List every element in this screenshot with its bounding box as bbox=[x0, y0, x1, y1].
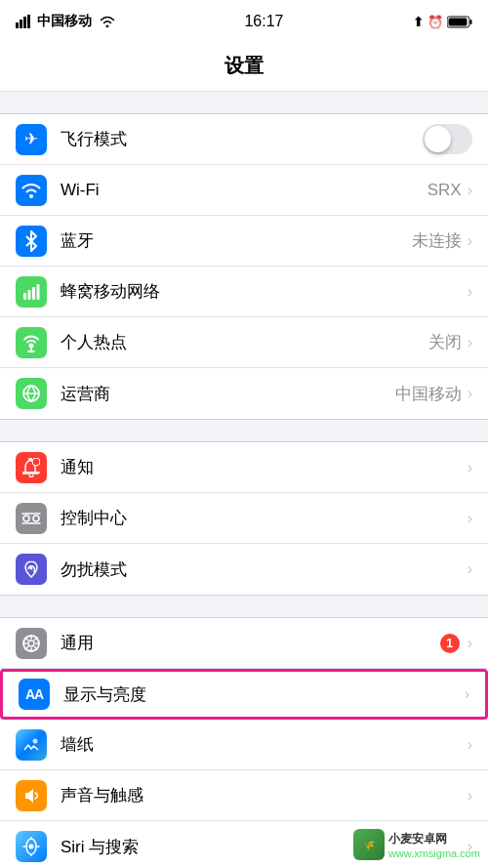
status-time: 16:17 bbox=[244, 13, 283, 30]
sound-icon bbox=[16, 780, 47, 811]
sound-row[interactable]: 声音与触感 › bbox=[0, 770, 488, 821]
svg-point-23 bbox=[30, 567, 33, 570]
wifi-row[interactable]: Wi-Fi SRX › bbox=[0, 165, 488, 216]
display-aa-text: AA bbox=[25, 686, 43, 702]
carrier-value: 中国移动 bbox=[395, 383, 462, 405]
cellular-icon bbox=[16, 276, 47, 308]
svg-rect-6 bbox=[448, 18, 467, 25]
airplane-toggle[interactable] bbox=[423, 124, 472, 154]
control-center-icon bbox=[16, 503, 47, 534]
wallpaper-icon bbox=[16, 729, 47, 761]
notifications-row[interactable]: 通知 › bbox=[0, 442, 488, 493]
control-center-row[interactable]: 控制中心 › bbox=[0, 493, 488, 544]
display-brightness-row[interactable]: AA 显示与亮度 › bbox=[0, 669, 488, 720]
notifications-label: 通知 bbox=[61, 456, 468, 478]
svg-point-25 bbox=[28, 641, 34, 646]
svg-rect-10 bbox=[37, 284, 40, 300]
hotspot-icon bbox=[16, 327, 47, 358]
do-not-disturb-icon bbox=[16, 554, 47, 585]
notifications-icon bbox=[16, 452, 47, 483]
svg-rect-0 bbox=[16, 22, 19, 28]
carrier-label: 运营商 bbox=[61, 383, 395, 405]
carrier-chevron: › bbox=[468, 385, 472, 402]
wifi-value: SRX bbox=[427, 181, 462, 200]
control-center-chevron: › bbox=[468, 510, 472, 527]
airplane-icon: ✈ bbox=[16, 124, 47, 155]
svg-rect-5 bbox=[469, 20, 471, 24]
display-chevron: › bbox=[465, 685, 469, 703]
general-badge: 1 bbox=[440, 634, 460, 653]
notifications-group: 通知 › 控制中心 › 勿扰模式 › bbox=[0, 441, 488, 596]
battery-icon bbox=[447, 16, 472, 28]
watermark-text: 小麦安卓网 www.xmsigma.com bbox=[388, 831, 480, 859]
svg-point-36 bbox=[29, 845, 34, 849]
svg-line-33 bbox=[25, 646, 28, 649]
hotspot-chevron: › bbox=[468, 334, 472, 351]
svg-point-34 bbox=[33, 738, 38, 743]
wallpaper-label: 墙纸 bbox=[61, 733, 468, 756]
general-row[interactable]: 通用 1 › bbox=[0, 618, 488, 669]
bluetooth-icon bbox=[16, 226, 47, 257]
do-not-disturb-chevron: › bbox=[468, 560, 472, 578]
svg-rect-8 bbox=[28, 290, 31, 300]
svg-rect-2 bbox=[23, 17, 26, 28]
siri-icon bbox=[16, 831, 47, 862]
status-bar: 中国移动 16:17 ⬆ ⏰ bbox=[0, 0, 488, 43]
status-carrier: 中国移动 bbox=[16, 13, 115, 30]
display-icon: AA bbox=[19, 679, 50, 710]
signal-icon bbox=[16, 15, 33, 28]
wifi-icon bbox=[16, 175, 47, 206]
do-not-disturb-label: 勿扰模式 bbox=[61, 558, 468, 581]
carrier-icon bbox=[16, 378, 47, 409]
svg-rect-16 bbox=[22, 472, 40, 474]
wifi-status-icon bbox=[100, 16, 115, 27]
watermark-logo: 🌾 bbox=[353, 829, 385, 860]
svg-point-20 bbox=[33, 516, 39, 521]
svg-line-32 bbox=[35, 638, 38, 641]
svg-rect-7 bbox=[23, 293, 26, 300]
notifications-chevron: › bbox=[468, 459, 472, 476]
cellular-row[interactable]: 蜂窝移动网络 › bbox=[0, 267, 488, 317]
page-title: 设置 bbox=[0, 43, 488, 92]
display-label: 显示与亮度 bbox=[63, 683, 465, 706]
alarm-icon: ⏰ bbox=[427, 15, 443, 29]
location-icon: ⬆ bbox=[413, 15, 424, 29]
cellular-label: 蜂窝移动网络 bbox=[61, 280, 468, 303]
wallpaper-row[interactable]: 墙纸 › bbox=[0, 720, 488, 770]
network-group: ✈ 飞行模式 Wi-Fi SRX › 蓝牙 未连接 › bbox=[0, 113, 488, 420]
svg-line-31 bbox=[35, 646, 38, 649]
airplane-mode-row[interactable]: ✈ 飞行模式 bbox=[0, 114, 488, 165]
control-center-label: 控制中心 bbox=[61, 507, 468, 529]
svg-point-19 bbox=[23, 516, 29, 521]
hotspot-row[interactable]: 个人热点 关闭 › bbox=[0, 317, 488, 368]
status-icons: ⬆ ⏰ bbox=[413, 15, 472, 29]
wifi-chevron: › bbox=[468, 182, 472, 199]
svg-rect-9 bbox=[32, 287, 35, 300]
svg-rect-3 bbox=[27, 15, 30, 28]
bluetooth-row[interactable]: 蓝牙 未连接 › bbox=[0, 216, 488, 267]
bluetooth-label: 蓝牙 bbox=[61, 229, 412, 252]
general-label: 通用 bbox=[61, 632, 440, 654]
general-icon bbox=[16, 628, 47, 659]
bluetooth-chevron: › bbox=[468, 232, 472, 250]
airplane-label: 飞行模式 bbox=[61, 128, 423, 150]
svg-rect-1 bbox=[20, 20, 22, 28]
wifi-label: Wi-Fi bbox=[61, 181, 427, 200]
cellular-chevron: › bbox=[468, 283, 472, 301]
watermark: 🌾 小麦安卓网 www.xmsigma.com bbox=[353, 829, 480, 860]
svg-line-30 bbox=[25, 638, 28, 641]
wallpaper-chevron: › bbox=[468, 736, 472, 754]
sound-chevron: › bbox=[468, 787, 472, 805]
bluetooth-value: 未连接 bbox=[412, 229, 462, 252]
carrier-row[interactable]: 运营商 中国移动 › bbox=[0, 368, 488, 419]
sound-label: 声音与触感 bbox=[61, 784, 468, 806]
general-chevron: › bbox=[468, 635, 472, 652]
do-not-disturb-row[interactable]: 勿扰模式 › bbox=[0, 544, 488, 595]
hotspot-label: 个人热点 bbox=[61, 331, 428, 353]
svg-point-17 bbox=[32, 458, 40, 466]
hotspot-value: 关闭 bbox=[428, 331, 462, 353]
